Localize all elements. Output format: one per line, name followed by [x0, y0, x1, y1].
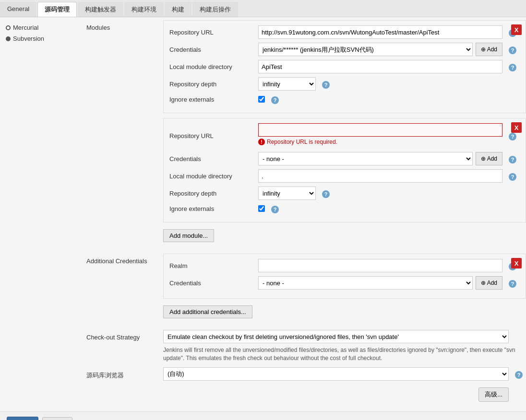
- sidebar: Mercurial Subversion: [0, 17, 82, 411]
- module1-depth-help[interactable]: ?: [322, 81, 330, 89]
- tab-build[interactable]: 构建: [165, 2, 191, 17]
- module2-depth-control: infinity ?: [258, 187, 520, 200]
- tab-source-management[interactable]: 源码管理: [37, 2, 77, 17]
- modules-label: Modules: [82, 20, 163, 249]
- additional-cred-box: X Realm ? Credentials: [163, 254, 526, 299]
- repo-browser-label: 源码库浏览器: [82, 367, 163, 381]
- module1-credentials-help[interactable]: ?: [509, 47, 516, 54]
- checkout-strategy-label: Check-out Strategy: [82, 330, 163, 362]
- addcred-credentials-label: Credentials: [169, 280, 258, 287]
- module2-localdir-label: Local module directory: [169, 173, 258, 180]
- checkout-strategy-select[interactable]: Emulate clean checkout by first deleting…: [163, 330, 509, 343]
- addcred-add-btn[interactable]: ⊕ Add: [476, 276, 502, 290]
- module2-error-msg: ! Repository URL is required.: [258, 139, 502, 145]
- add-module-btn[interactable]: Add module...: [163, 229, 214, 242]
- realm-control: ?: [258, 259, 520, 272]
- module2-credentials-select[interactable]: - none -: [258, 152, 473, 165]
- advanced-row: 高级...: [82, 387, 526, 402]
- addcred-credentials-control: - none - ⊕ Add ?: [258, 276, 520, 290]
- sidebar-item-mercurial[interactable]: Mercurial: [0, 22, 82, 33]
- module1-ignore-control: ?: [258, 94, 520, 104]
- addcred-credentials-help[interactable]: ?: [509, 280, 516, 288]
- sidebar-label-subversion: Subversion: [13, 35, 44, 42]
- module2-depth-row: Repository depth infinity ?: [169, 187, 520, 200]
- module2-depth-help[interactable]: ?: [322, 190, 330, 198]
- module1-repo-url-row: Repository URL ?: [169, 25, 520, 39]
- add-module-row: Add module...: [163, 227, 526, 244]
- checkout-desc: Jenkins will first remove all the unvers…: [163, 346, 526, 362]
- module2-repo-url-control: ! Repository URL is required. ?: [258, 123, 520, 148]
- addcred-credentials-row: Credentials - none - ⊕ Add ?: [169, 276, 520, 290]
- tab-build-triggers[interactable]: 构建触发器: [78, 2, 123, 17]
- additional-credentials-section: Additional Credentials X Realm ?: [82, 254, 526, 325]
- module1-depth-row: Repository depth infinity ?: [169, 77, 520, 91]
- apply-button[interactable]: Apply: [42, 417, 72, 420]
- module2-ignore-checkbox[interactable]: [258, 205, 265, 212]
- module1-add-credentials-btn[interactable]: ⊕ Add: [476, 43, 502, 56]
- modules-section: Modules X Repository URL ?: [82, 20, 526, 249]
- main-content: Mercurial Subversion Modules X Repositor…: [0, 17, 526, 411]
- additional-cred-close-btn[interactable]: X: [511, 258, 522, 268]
- repo-browser-select[interactable]: (自动): [163, 367, 509, 381]
- repo-browser-help[interactable]: ?: [515, 371, 523, 379]
- module2-ignore-control: ?: [258, 204, 520, 213]
- module-1-close-btn[interactable]: X: [511, 24, 522, 35]
- realm-input[interactable]: [258, 259, 502, 272]
- module2-localdir-help[interactable]: ?: [509, 173, 516, 181]
- module2-depth-label: Repository depth: [169, 190, 258, 197]
- module1-localdir-input[interactable]: [258, 60, 502, 73]
- module2-credentials-row: Credentials - none - ⊕ Add ?: [169, 152, 520, 165]
- module2-repo-url-help[interactable]: ?: [509, 133, 516, 140]
- module1-ignore-row: Ignore externals ?: [169, 94, 520, 104]
- module1-ignore-checkbox[interactable]: [258, 96, 265, 103]
- advanced-btn[interactable]: 高级...: [478, 387, 509, 402]
- addcred-credentials-select[interactable]: - none -: [258, 276, 473, 290]
- radio-subversion[interactable]: [6, 36, 11, 41]
- module1-depth-control: infinity ?: [258, 77, 520, 91]
- module2-repo-url-label: Repository URL: [169, 132, 258, 140]
- realm-label: Realm: [169, 262, 258, 269]
- module1-credentials-select[interactable]: jenkins/****** (jenkins用户拉取SVN代码): [258, 43, 473, 56]
- module1-repo-url-label: Repository URL: [169, 29, 258, 36]
- bottom-bar: 保存 Apply: [0, 411, 526, 420]
- tab-general[interactable]: General: [0, 2, 36, 17]
- module-2: X Repository URL ! Repository URL is req…: [163, 118, 526, 222]
- module2-credentials-help[interactable]: ?: [509, 156, 516, 163]
- tab-bar: General 源码管理 构建触发器 构建环境 构建 构建后操作: [0, 0, 526, 17]
- checkout-strategy-section: Check-out Strategy Emulate clean checkou…: [82, 330, 526, 362]
- module2-ignore-label: Ignore externals: [169, 205, 258, 212]
- module2-localdir-row: Local module directory ?: [169, 169, 520, 183]
- module2-depth-select[interactable]: infinity: [258, 187, 316, 200]
- add-additional-credentials-btn[interactable]: Add additional credentials...: [163, 305, 252, 318]
- module1-repo-url-input[interactable]: [258, 25, 502, 39]
- tab-post-build[interactable]: 构建后操作: [192, 2, 238, 17]
- radio-mercurial[interactable]: [6, 25, 11, 30]
- module1-depth-label: Repository depth: [169, 81, 258, 88]
- repo-browser-section: 源码库浏览器 (自动) ?: [82, 367, 526, 381]
- module1-ignore-help[interactable]: ?: [271, 96, 279, 104]
- main-area: Modules X Repository URL ?: [82, 17, 526, 411]
- module1-repo-url-control: ?: [258, 25, 520, 39]
- module-2-close-btn[interactable]: X: [511, 122, 522, 133]
- module2-localdir-control: ?: [258, 169, 520, 183]
- module2-add-credentials-btn[interactable]: ⊕ Add: [476, 152, 502, 165]
- save-button[interactable]: 保存: [7, 417, 38, 420]
- additional-credentials-wrapper: X Realm ? Credentials: [163, 254, 526, 325]
- module2-credentials-control: - none - ⊕ Add ?: [258, 152, 520, 165]
- module1-depth-select[interactable]: infinity: [258, 77, 316, 91]
- module1-credentials-control: jenkins/****** (jenkins用户拉取SVN代码) ⊕ Add …: [258, 43, 520, 56]
- module2-repo-url-input[interactable]: [258, 123, 502, 137]
- tab-build-env[interactable]: 构建环境: [124, 2, 164, 17]
- repo-browser-wrapper: (自动) ?: [163, 367, 526, 381]
- module-1: X Repository URL ? Credentials: [163, 20, 526, 113]
- sidebar-label-mercurial: Mercurial: [13, 24, 38, 31]
- error-icon: !: [258, 139, 265, 145]
- module1-localdir-control: ?: [258, 60, 520, 73]
- module1-localdir-help[interactable]: ?: [509, 64, 516, 71]
- additional-credentials-label: Additional Credentials: [82, 254, 163, 325]
- sidebar-item-subversion[interactable]: Subversion: [0, 33, 82, 44]
- module2-ignore-help[interactable]: ?: [271, 206, 279, 213]
- module2-localdir-input[interactable]: [258, 169, 502, 183]
- module1-credentials-row: Credentials jenkins/****** (jenkins用户拉取S…: [169, 43, 520, 56]
- add-additional-cred-row: Add additional credentials...: [163, 303, 526, 320]
